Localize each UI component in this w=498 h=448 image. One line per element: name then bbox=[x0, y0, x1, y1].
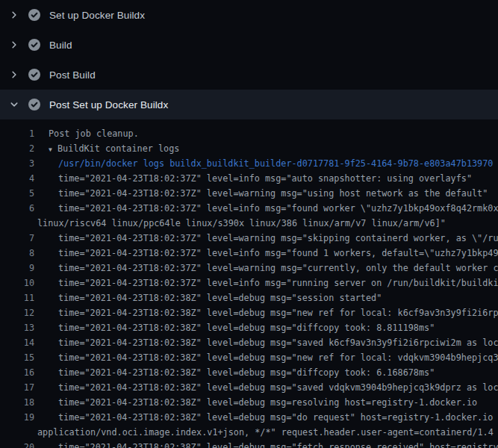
check-circle-icon bbox=[28, 99, 40, 111]
log-line: 7 time="2021-04-23T18:02:37Z" level=warn… bbox=[0, 231, 498, 246]
log-text: time="2021-04-23T18:02:37Z" level=info m… bbox=[34, 246, 498, 261]
line-number[interactable]: 7 bbox=[0, 231, 34, 246]
log-text: time="2021-04-23T18:02:37Z" level=info m… bbox=[34, 171, 472, 186]
step-label: Post Set up Docker Buildx bbox=[49, 99, 168, 111]
line-number[interactable]: 13 bbox=[0, 320, 34, 335]
line-number[interactable]: 3 bbox=[0, 156, 34, 171]
log-line: 6 time="2021-04-23T18:02:37Z" level=info… bbox=[0, 201, 498, 216]
log-text: time="2021-04-23T18:02:38Z" level=debug … bbox=[34, 395, 477, 410]
log-line: 13 time="2021-04-23T18:02:38Z" level=deb… bbox=[0, 320, 498, 335]
line-number[interactable]: 10 bbox=[0, 276, 34, 290]
step-header-build[interactable]: Build bbox=[0, 30, 498, 60]
log-text: time="2021-04-23T18:02:37Z" level=info m… bbox=[34, 276, 498, 290]
line-number[interactable]: 16 bbox=[0, 365, 34, 380]
line-number[interactable]: 14 bbox=[0, 335, 34, 350]
step-header-post-setup-docker-buildx[interactable]: Post Set up Docker Buildx bbox=[0, 90, 498, 119]
log-line: 11 time="2021-04-23T18:02:38Z" level=deb… bbox=[0, 290, 498, 305]
line-number[interactable]: 5 bbox=[0, 186, 34, 201]
log-text: time="2021-04-23T18:02:38Z" level=debug … bbox=[34, 305, 498, 320]
log-line-wrap: application/vnd.oci.image.index.v1+json,… bbox=[0, 425, 498, 440]
log-text: linux/riscv64 linux/ppc64le linux/s390x … bbox=[34, 216, 446, 231]
log-text: time="2021-04-23T18:02:37Z" level=warnin… bbox=[34, 231, 498, 246]
log-line: 16 time="2021-04-23T18:02:38Z" level=deb… bbox=[0, 365, 498, 380]
log-command-text: /usr/bin/docker logs buildx_buildkit_bui… bbox=[34, 156, 493, 171]
log-group-label[interactable]: BuildKit container logs bbox=[57, 143, 179, 154]
log-text: time="2021-04-23T18:02:38Z" level=debug … bbox=[34, 350, 498, 365]
log-line-wrap: linux/riscv64 linux/ppc64le linux/s390x … bbox=[0, 216, 498, 231]
log-line: 18 time="2021-04-23T18:02:38Z" level=deb… bbox=[0, 395, 498, 410]
log-line: 15 time="2021-04-23T18:02:38Z" level=deb… bbox=[0, 350, 498, 365]
log-text: time="2021-04-23T18:02:38Z" level=debug … bbox=[34, 440, 498, 448]
log-line: 8 time="2021-04-23T18:02:37Z" level=info… bbox=[0, 246, 498, 261]
check-circle-icon bbox=[28, 39, 40, 51]
log-text: application/vnd.oci.image.index.v1+json,… bbox=[34, 425, 494, 440]
line-number[interactable]: 6 bbox=[0, 201, 34, 216]
log-text: time="2021-04-23T18:02:38Z" level=debug … bbox=[34, 365, 435, 380]
step-label: Set up Docker Buildx bbox=[49, 10, 145, 21]
line-number[interactable]: 2 bbox=[0, 141, 34, 156]
log-text: time="2021-04-23T18:02:38Z" level=debug … bbox=[34, 290, 382, 305]
log-pane: 1 Post job cleanup. 2 ▼BuildKit containe… bbox=[0, 119, 498, 448]
line-number[interactable]: 19 bbox=[0, 410, 34, 425]
log-text: time="2021-04-23T18:02:38Z" level=debug … bbox=[34, 380, 498, 395]
log-text: Post job cleanup. bbox=[34, 126, 139, 141]
log-text: time="2021-04-23T18:02:38Z" level=debug … bbox=[34, 320, 435, 335]
log-line: 9 time="2021-04-23T18:02:37Z" level=warn… bbox=[0, 261, 498, 276]
chevron-right-icon bbox=[10, 10, 19, 19]
check-circle-icon bbox=[28, 9, 40, 21]
log-line: 12 time="2021-04-23T18:02:38Z" level=deb… bbox=[0, 305, 498, 320]
line-number[interactable]: 18 bbox=[0, 395, 34, 410]
chevron-right-icon bbox=[10, 70, 19, 79]
step-header-post-build[interactable]: Post Build bbox=[0, 60, 498, 90]
line-number[interactable]: 11 bbox=[0, 290, 34, 305]
chevron-down-icon bbox=[10, 100, 19, 109]
log-text: time="2021-04-23T18:02:38Z" level=debug … bbox=[34, 410, 498, 425]
line-number[interactable]: 15 bbox=[0, 350, 34, 365]
chevron-right-icon bbox=[10, 40, 19, 49]
log-line: 3 /usr/bin/docker logs buildx_buildkit_b… bbox=[0, 156, 498, 171]
log-text: time="2021-04-23T18:02:37Z" level=warnin… bbox=[34, 261, 498, 276]
log-text: time="2021-04-23T18:02:37Z" level=warnin… bbox=[34, 186, 488, 201]
line-number[interactable]: 12 bbox=[0, 305, 34, 320]
log-group-header: 2 ▼BuildKit container logs bbox=[0, 141, 498, 156]
step-label: Post Build bbox=[49, 69, 96, 81]
collapse-triangle-icon: ▼ bbox=[49, 143, 57, 158]
step-header-setup-docker-buildx[interactable]: Set up Docker Buildx bbox=[0, 0, 498, 30]
check-circle-icon bbox=[28, 69, 40, 81]
line-number[interactable]: 4 bbox=[0, 171, 34, 186]
line-number[interactable]: 17 bbox=[0, 380, 34, 395]
log-line: 1 Post job cleanup. bbox=[0, 126, 498, 141]
log-line: 17 time="2021-04-23T18:02:38Z" level=deb… bbox=[0, 380, 498, 395]
log-line: 4 time="2021-04-23T18:02:37Z" level=info… bbox=[0, 171, 498, 186]
line-number bbox=[0, 216, 34, 231]
log-line: 19 time="2021-04-23T18:02:38Z" level=deb… bbox=[0, 410, 498, 425]
line-number[interactable]: 9 bbox=[0, 261, 34, 276]
line-number[interactable]: 20 bbox=[0, 440, 34, 448]
log-line: 14 time="2021-04-23T18:02:38Z" level=deb… bbox=[0, 335, 498, 350]
line-number[interactable]: 8 bbox=[0, 246, 34, 261]
log-line: 10 time="2021-04-23T18:02:37Z" level=inf… bbox=[0, 276, 498, 290]
step-label: Build bbox=[49, 40, 72, 51]
line-number[interactable]: 1 bbox=[0, 126, 34, 141]
log-line: 20 time="2021-04-23T18:02:38Z" level=deb… bbox=[0, 440, 498, 448]
line-number bbox=[0, 425, 34, 440]
log-text: time="2021-04-23T18:02:37Z" level=info m… bbox=[34, 201, 498, 216]
log-line: 5 time="2021-04-23T18:02:37Z" level=warn… bbox=[0, 186, 498, 201]
log-text: time="2021-04-23T18:02:38Z" level=debug … bbox=[34, 335, 498, 350]
